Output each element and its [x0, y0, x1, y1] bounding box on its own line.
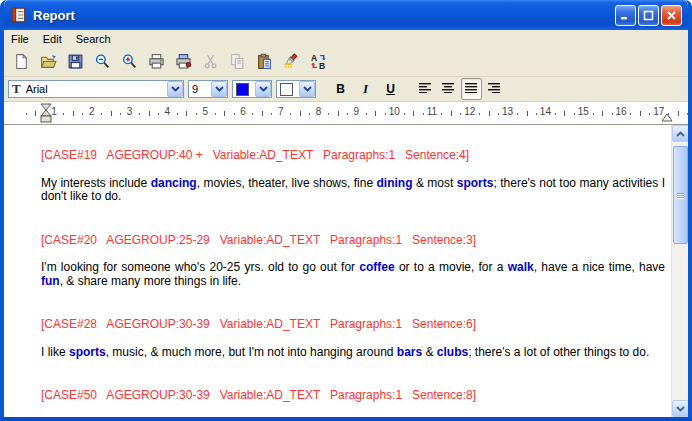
printer-setup-icon — [175, 53, 192, 70]
ruler-number: 3 — [127, 106, 133, 117]
ruler-number: 14 — [540, 106, 551, 117]
plain-text: ; there's a lot of other things to do. — [468, 345, 649, 359]
italic-button[interactable]: I — [355, 78, 376, 100]
paste-clipboard-icon — [256, 53, 273, 70]
align-justify-button[interactable] — [461, 78, 482, 100]
window-title: Report — [33, 8, 615, 23]
scroll-down-button[interactable] — [672, 400, 689, 417]
align-left-button[interactable] — [415, 78, 436, 100]
ruler-tick — [385, 113, 386, 115]
scrollbar-thumb[interactable] — [673, 146, 688, 244]
ruler-number: 7 — [278, 106, 284, 117]
paragraph: I like sports, music, & much more, but I… — [41, 346, 665, 360]
paste-button[interactable] — [251, 49, 278, 75]
keyword: bars — [397, 345, 422, 359]
font-color-swatch — [236, 83, 249, 96]
highlight-color-dropdown-button[interactable] — [299, 81, 315, 97]
minimize-button[interactable] — [615, 5, 636, 26]
ruler-tick — [375, 111, 376, 116]
left-indent-marker[interactable] — [40, 103, 52, 128]
ruler-tick — [498, 113, 499, 115]
ruler-tick — [451, 111, 452, 116]
ruler-tick — [347, 113, 348, 115]
case-header: [CASE#20 AGEGROUP:25-29 Variable:AD_TEXT… — [41, 234, 665, 248]
open-button[interactable] — [35, 49, 62, 75]
ruler-tick — [300, 111, 301, 116]
new-document-icon — [13, 53, 30, 70]
copy-pages-icon — [229, 53, 246, 70]
find-button[interactable] — [278, 49, 305, 75]
menu-item-edit[interactable]: Edit — [36, 32, 69, 46]
ruler-number: 11 — [427, 106, 437, 117]
ruler-tick — [262, 111, 263, 116]
right-indent-marker[interactable] — [661, 108, 673, 126]
report-window: Report FileEditSearch AB T Arial 9 — [0, 0, 692, 421]
ruler-tick — [338, 111, 339, 116]
font-color-dropdown-button[interactable] — [255, 81, 271, 97]
plain-text: , movies, theater, live shows, fine — [197, 176, 377, 190]
plain-text: & most — [413, 176, 457, 190]
align-right-button[interactable] — [484, 78, 505, 100]
svg-text:A: A — [311, 53, 317, 63]
font-size-dropdown-button[interactable] — [211, 81, 227, 97]
maximize-button[interactable] — [638, 5, 659, 26]
svg-text:B: B — [319, 61, 325, 70]
align-center-button[interactable] — [438, 78, 459, 100]
copy-button — [224, 49, 251, 75]
chevron-up-icon — [676, 131, 685, 137]
plain-text: My interests include — [41, 176, 151, 190]
font-name-dropdown-button[interactable] — [167, 81, 183, 97]
font-color-picker[interactable] — [232, 80, 272, 98]
ruler-tick — [593, 113, 594, 115]
plain-text: , have a nice time, have — [534, 260, 665, 274]
replace-button[interactable]: AB — [305, 49, 332, 75]
highlight-color-picker[interactable] — [276, 80, 316, 98]
document-text[interactable]: [CASE#19 AGEGROUP:40 + Variable:AD_TEXT … — [4, 125, 671, 417]
case-header: [CASE#50 AGEGROUP:30-39 Variable:AD_TEXT… — [41, 389, 665, 403]
plain-text: I like — [41, 345, 69, 359]
zoom-in-icon — [121, 53, 138, 70]
title-bar[interactable]: Report — [4, 0, 688, 30]
ruler-tick — [111, 111, 112, 116]
font-size-value: 9 — [189, 83, 211, 95]
ruler-tick — [252, 113, 253, 115]
keyword: dancing — [151, 176, 197, 190]
font-name-combobox[interactable]: T Arial — [8, 80, 184, 98]
save-floppy-icon — [67, 53, 84, 70]
ruler-tick — [120, 113, 121, 115]
scroll-up-button[interactable] — [672, 125, 689, 142]
save-button[interactable] — [62, 49, 89, 75]
close-button[interactable] — [661, 5, 682, 26]
keyword: fun — [41, 274, 60, 288]
open-folder-icon — [40, 53, 57, 70]
bold-button[interactable]: B — [330, 78, 351, 100]
underline-button[interactable]: U — [380, 78, 401, 100]
zoom-out-icon — [94, 53, 111, 70]
keyword: clubs — [437, 345, 468, 359]
zoom-out-button[interactable] — [89, 49, 116, 75]
font-size-combobox[interactable]: 9 — [188, 80, 228, 98]
print-setup-button[interactable] — [170, 49, 197, 75]
align-left-icon — [419, 82, 432, 96]
chevron-down-icon — [171, 86, 180, 92]
case-header: [CASE#19 AGEGROUP:40 + Variable:AD_TEXT … — [41, 149, 665, 163]
chevron-down-icon — [303, 86, 312, 92]
alignment-button-group — [415, 78, 505, 100]
font-type-icon: T — [9, 81, 23, 97]
minimize-icon — [621, 17, 627, 19]
zoom-in-button[interactable] — [116, 49, 143, 75]
case-header: [CASE#28 AGEGROUP:30-39 Variable:AD_TEXT… — [41, 318, 665, 332]
main-toolbar: AB — [4, 47, 688, 77]
print-button[interactable] — [143, 49, 170, 75]
ruler-tick — [82, 113, 83, 115]
format-toolbar: T Arial 9 B I U — [4, 77, 688, 102]
keyword: walk — [508, 260, 534, 274]
menu-item-search[interactable]: Search — [69, 32, 118, 46]
new-button[interactable] — [8, 49, 35, 75]
ruler[interactable]: 1234567891011121314151617 — [4, 102, 688, 125]
document-area: [CASE#19 AGEGROUP:40 + Variable:AD_TEXT … — [4, 125, 688, 417]
menu-item-file[interactable]: File — [4, 32, 36, 46]
vertical-scrollbar[interactable] — [671, 125, 688, 417]
ruler-tick — [441, 113, 442, 115]
ruler-tick — [73, 111, 74, 116]
